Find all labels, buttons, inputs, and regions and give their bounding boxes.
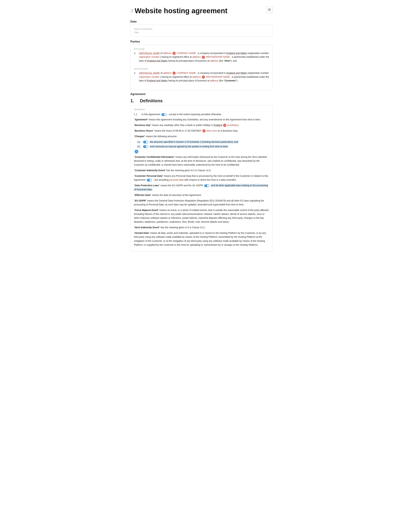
second-party-label: Second party [134,67,269,70]
def-business-day: "Business Day" means any weekday other t… [134,123,269,127]
party2-england-wales2: England and Wales [147,79,167,82]
data-protection-toggle[interactable] [204,184,209,187]
business-hours-timezone[interactable]: time zone [207,129,217,132]
date-value[interactable]: Date [134,31,269,34]
def-effective-date: "Effective Date" means the date of execu… [134,193,269,197]
def-force-majeure-event: "Force Majeure Event" means an event, or… [134,208,269,224]
party2-individual-name[interactable]: INDIVIDUAL NAME [139,72,160,74]
def-charges: "Charges" means the following amounts: [134,134,269,138]
party2-address3[interactable]: address [210,79,218,82]
clause-1-1-content: In this Agreement , except to the extent… [142,112,269,116]
party1-text: INDIVIDUAL NAME of address or COMPANY NA… [139,51,269,63]
customer-personal-data-toggle[interactable] [147,179,152,182]
def-data-protection-laws: "Data Protection Laws" means the EU GDPR… [134,184,269,191]
def-hosted-data: "Hosted Data" means all data, works and … [134,231,269,247]
date-execution-label: Date of execution [134,28,269,30]
parties-section-label: Parties [130,40,273,43]
party1-or2-badge: or [202,56,205,59]
party2-address1[interactable]: address [163,72,171,74]
party2-text: INDIVIDUAL NAME of address or COMPANY NA… [139,71,269,82]
def-customer-indemnity-event: "Customer Indemnity Event" has the meani… [134,168,269,172]
charges-sublist: (a) the amounts specified in Section 2 o… [137,140,269,148]
def-eu-gdpr: "EU GDPR" means the General Data Protect… [134,199,269,207]
page-number: 3 [130,8,133,13]
first-party-label: First party [134,48,269,50]
party1-reg-num[interactable]: registration number [139,56,159,58]
doc-icon-button[interactable]: 🖹 [266,7,273,13]
definitions-sublabel: Definitions [134,108,269,111]
customer-personal-data-italic[interactable]: personal data [169,178,183,181]
party2-england-wales1: England and Wales [227,72,247,74]
charges-b-toggle[interactable] [143,145,148,148]
party1-address3[interactable]: address [210,59,218,62]
party2-customer-label: Customer [225,79,236,82]
agreement-section-label: Agreement [130,92,273,96]
party1-individual-name[interactable]: INDIVIDUAL NAME [139,52,160,55]
add-charges-item-button[interactable]: + [135,150,138,153]
party2-number: 2. [134,71,139,75]
party2-company-name[interactable]: COMPANY NAME [176,72,196,74]
party2-or2-badge: or [202,76,205,79]
charges-a-toggle[interactable] [143,141,148,143]
business-day-or-badge: or [223,124,226,127]
clause-1-1-num: 1.1 [134,112,142,116]
party2-partnership-name[interactable]: PARTNERSHIP NAME [206,76,230,78]
party1-number: 1. [134,51,139,55]
business-day-jurisdiction[interactable]: jurisdiction [227,124,239,127]
def-agreement: "Agreement" means this agreement includi… [134,118,269,121]
party1-host-label: Host [225,59,230,62]
def-business-hours: "Business Hours" means the hours of 09:0… [134,129,269,133]
party2-reg-num[interactable]: registration number [139,76,159,78]
party2-or1-badge: or [173,72,176,75]
business-hours-or-badge: or [202,129,206,133]
party1-england-wales2: England and Wales [147,59,167,62]
definitions-number: 1. [130,98,137,103]
party1-or1-badge: or [173,52,176,55]
doc-title: Website hosting agreement [135,7,227,15]
date-section-label: Date [130,20,273,23]
agreement-toggle[interactable] [161,113,166,116]
party1-address1[interactable]: address [163,52,171,55]
definitions-heading: Definitions [140,98,163,103]
party1-company-name[interactable]: COMPANY NAME [176,52,196,55]
party1-address2[interactable]: address [192,56,201,58]
def-host-indemnity-event: "Host Indemnity Event" has the meaning g… [134,226,269,229]
def-customer-confidential-information: "Customer Confidential Information" mean… [134,155,269,167]
business-day-england: England [214,124,222,127]
def-customer-personal-data: "Customer Personal Data" means any Perso… [134,174,269,182]
party1-england-wales1: England and Wales [227,52,247,55]
party2-address2[interactable]: address [192,76,201,78]
party1-partnership-name[interactable]: PARTNERSHIP NAME [206,56,230,58]
